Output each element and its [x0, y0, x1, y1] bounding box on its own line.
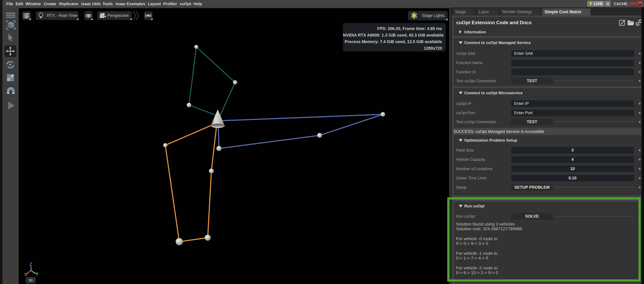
svg-text:X: X	[24, 272, 27, 277]
svg-text:Z: Z	[29, 262, 32, 267]
svg-text:Y: Y	[36, 271, 38, 276]
